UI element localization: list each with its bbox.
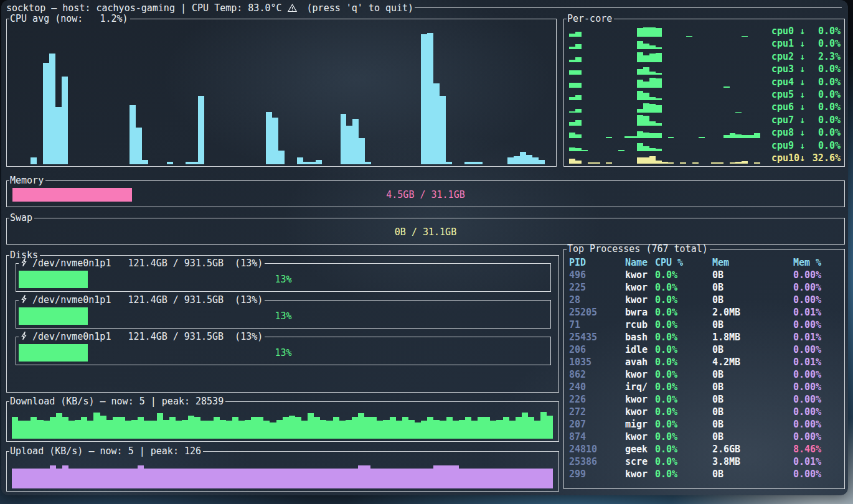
history-bar: [176, 421, 182, 439]
core-sparkline: [569, 26, 766, 37]
history-bar: [365, 162, 371, 164]
history-bar: [352, 119, 359, 164]
history-bar: [421, 421, 427, 439]
history-bar: [113, 469, 119, 488]
history-bar: [575, 120, 582, 126]
process-mem: 0B: [712, 393, 793, 406]
history-bar: [31, 157, 37, 164]
history-bar: [539, 160, 545, 164]
history-bar: [169, 417, 176, 439]
history-bar: [624, 136, 631, 138]
history-bar: [138, 465, 144, 488]
process-cpu: 0.0%: [655, 343, 712, 356]
process-column-header: PID: [569, 256, 625, 269]
core-row-cpu8: cpu8↓0.0%: [569, 127, 841, 138]
per-core-panel-header: Per-core: [563, 13, 845, 24]
history-bar: [569, 147, 575, 151]
process-row: 226kwor0.0%0B0.00%: [569, 393, 842, 406]
history-bar: [232, 417, 238, 439]
process-mem-pct: 0.01%: [793, 306, 842, 319]
history-bar: [62, 417, 68, 439]
history-bar: [396, 469, 402, 488]
swap-panel-title: Swap: [9, 212, 34, 223]
history-bar: [503, 469, 509, 488]
cpu-avg-panel-title: CPU avg (now: 1.2%): [9, 13, 130, 24]
history-bar: [547, 469, 553, 488]
history-bar: [207, 421, 213, 439]
history-bar: [656, 28, 662, 37]
history-bar: [478, 417, 484, 439]
history-bar: [295, 417, 301, 439]
history-bar: [346, 126, 352, 164]
process-mem-pct: 0.00%: [793, 406, 842, 418]
history-bar: [649, 78, 656, 87]
down-arrow-icon: ↓: [799, 101, 807, 113]
history-bar: [383, 469, 389, 488]
core-sparkline: [569, 114, 766, 126]
disk-title-text: /dev/nvme0n1p1 121.4GB / 931.5GB (13%): [32, 331, 263, 342]
history-bar: [333, 417, 339, 439]
core-sparkline: [569, 63, 766, 75]
history-bar: [270, 422, 276, 439]
history-bar: [408, 469, 415, 488]
history-bar: [93, 469, 100, 488]
core-label: cpu10: [771, 152, 799, 164]
process-name: migr: [625, 418, 655, 431]
history-bar: [390, 469, 396, 488]
core-sparkline: [569, 77, 766, 88]
core-usage-value: 0.0%: [807, 140, 841, 151]
history-bar: [150, 469, 156, 488]
disk-title-text: /dev/nvme0n1p1 121.4GB / 931.5GB (13%): [32, 258, 263, 269]
history-bar: [637, 115, 643, 126]
process-mem-pct: 0.00%: [793, 343, 842, 356]
core-usage-value: 0.0%: [807, 77, 841, 88]
down-arrow-icon: ↓: [799, 51, 807, 62]
history-bar: [272, 118, 278, 164]
history-bar: [643, 44, 649, 49]
history-bar: [637, 80, 643, 88]
history-bar: [717, 162, 723, 164]
process-cpu: 0.0%: [655, 368, 712, 381]
down-arrow-icon: ↓: [799, 38, 807, 49]
lightning-icon: [19, 294, 32, 306]
process-pid: 207: [569, 418, 625, 431]
history-bar: [507, 157, 514, 164]
process-table-header: PIDNameCPU %MemMem %: [569, 256, 842, 269]
history-bar: [390, 417, 396, 439]
memory-usage-label: 4.5GB / 31.1GB: [12, 188, 839, 202]
core-row-cpu2: cpu2↓2.3%: [569, 51, 841, 62]
process-mem: 2.6GB: [712, 443, 793, 455]
history-bar: [283, 469, 289, 488]
history-bar: [478, 469, 484, 488]
process-pid: 496: [569, 269, 625, 281]
history-bar: [471, 162, 477, 164]
process-mem-pct: 0.00%: [793, 381, 842, 393]
history-bar: [484, 417, 490, 439]
memory-panel: Memory 4.5GB / 31.1GB: [6, 180, 845, 207]
history-bar: [49, 54, 55, 164]
history-bar: [314, 417, 320, 439]
history-bar: [106, 420, 113, 439]
history-bar: [207, 469, 213, 488]
history-bar: [730, 162, 736, 163]
history-bar: [528, 469, 534, 488]
process-mem-pct: 0.00%: [793, 281, 842, 294]
history-bar: [314, 469, 320, 488]
history-bar: [364, 417, 370, 439]
core-label: cpu0: [771, 26, 799, 37]
process-cpu: 0.0%: [655, 393, 712, 406]
history-bar: [320, 469, 326, 488]
warning-icon: [287, 3, 298, 13]
history-bar: [358, 413, 364, 439]
history-bar: [575, 32, 582, 37]
history-bar: [333, 469, 339, 488]
core-row-cpu0: cpu0↓0.0%: [569, 26, 841, 37]
history-bar: [238, 469, 245, 488]
process-name: rcub: [625, 319, 655, 331]
history-bar: [656, 133, 662, 138]
history-bar: [484, 469, 490, 488]
history-bar: [309, 162, 316, 164]
history-bar: [569, 60, 575, 62]
history-bar: [459, 420, 465, 439]
process-row: 496kwor0.0%0B0.00%: [569, 269, 842, 281]
